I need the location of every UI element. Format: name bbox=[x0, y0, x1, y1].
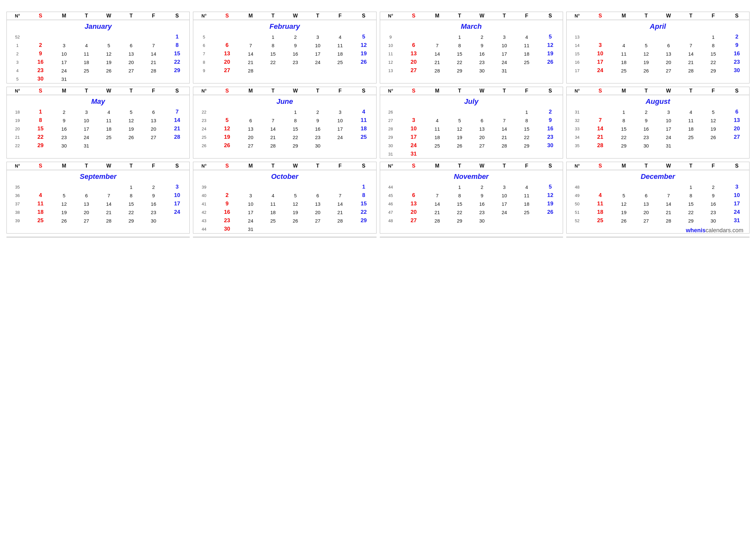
day-cell: 1 bbox=[120, 183, 142, 191]
table-row: 443031 bbox=[193, 225, 376, 233]
day-cell: 23 bbox=[284, 58, 307, 66]
day-cell: 3 bbox=[588, 41, 613, 49]
day-cell: 5 bbox=[53, 191, 75, 200]
day-cell: 16 bbox=[53, 125, 75, 133]
col-header-day: T bbox=[680, 12, 702, 20]
day-cell: 9 bbox=[471, 191, 493, 200]
day-cell bbox=[329, 66, 351, 75]
col-header-day: F bbox=[329, 12, 351, 20]
col-header-day: F bbox=[142, 162, 165, 170]
week-number: 8 bbox=[193, 58, 215, 66]
week-number: 4 bbox=[7, 66, 28, 75]
day-cell: 21 bbox=[262, 133, 284, 141]
day-cell: 17 bbox=[307, 49, 329, 58]
day-cell bbox=[262, 108, 284, 116]
month-block-june: JuneN°SMTWTFS221234235678910112412131415… bbox=[193, 87, 376, 158]
day-cell: 11 bbox=[329, 41, 351, 49]
table-row: 3314151617181920 bbox=[567, 125, 749, 133]
day-cell: 22 bbox=[351, 208, 376, 216]
footer-grid: wheniscalendars.com bbox=[7, 237, 749, 238]
day-cell: 1 bbox=[448, 33, 471, 41]
week-number: 44 bbox=[380, 183, 401, 191]
day-cell: 8 bbox=[516, 116, 538, 125]
week-number: 7 bbox=[193, 49, 215, 58]
day-cell: 12 bbox=[215, 125, 239, 133]
day-cell: 14 bbox=[239, 49, 262, 58]
day-cell: 25 bbox=[588, 216, 613, 225]
table-row: 262627282930 bbox=[193, 141, 376, 150]
day-cell: 4 bbox=[97, 108, 120, 116]
day-cell: 6 bbox=[724, 108, 749, 116]
day-cell: 8 bbox=[680, 191, 702, 200]
day-cell: 12 bbox=[702, 116, 724, 125]
col-header-day: T bbox=[120, 87, 142, 95]
day-cell: 19 bbox=[351, 49, 376, 58]
day-cell bbox=[97, 183, 120, 191]
day-cell: 26 bbox=[284, 216, 307, 225]
day-cell bbox=[262, 66, 284, 75]
day-cell: 25 bbox=[75, 66, 97, 75]
day-cell: 26 bbox=[448, 141, 471, 150]
day-cell: 22 bbox=[680, 208, 702, 216]
month-block-february: FebruaryN°SMTWTFS51234566789101112713141… bbox=[193, 12, 376, 83]
day-cell: 11 bbox=[28, 200, 53, 208]
day-cell bbox=[635, 183, 658, 191]
day-cell: 17 bbox=[658, 125, 680, 133]
day-cell: 1 bbox=[351, 183, 376, 191]
day-cell: 15 bbox=[516, 125, 538, 133]
col-header-day: T bbox=[75, 12, 97, 20]
day-cell: 23 bbox=[215, 216, 239, 225]
col-header-day: W bbox=[471, 162, 493, 170]
table-row: 273456789 bbox=[380, 116, 563, 125]
month-title: March bbox=[381, 21, 562, 32]
col-header-sat: S bbox=[538, 162, 563, 170]
week-number: 11 bbox=[380, 49, 401, 58]
day-cell bbox=[329, 183, 351, 191]
table-row: 221234 bbox=[193, 108, 376, 116]
week-number: 36 bbox=[7, 191, 28, 200]
day-cell: 6 bbox=[401, 191, 426, 200]
day-cell: 2 bbox=[284, 33, 307, 41]
day-cell: 12 bbox=[351, 41, 376, 49]
day-cell bbox=[471, 150, 493, 158]
day-cell: 21 bbox=[165, 125, 190, 133]
month-title: June bbox=[194, 96, 375, 107]
col-header-sat: S bbox=[538, 12, 563, 20]
day-cell: 8 bbox=[165, 41, 190, 49]
week-number: 33 bbox=[567, 125, 588, 133]
week-number: 21 bbox=[7, 133, 28, 141]
day-cell: 19 bbox=[538, 49, 563, 58]
col-header-day: F bbox=[329, 162, 351, 170]
day-cell: 7 bbox=[329, 191, 351, 200]
col-header-num: N° bbox=[193, 12, 215, 20]
day-cell bbox=[53, 33, 75, 41]
day-cell bbox=[215, 108, 239, 116]
day-cell: 12 bbox=[448, 125, 471, 133]
day-cell: 1 bbox=[702, 33, 724, 41]
week-number: 52 bbox=[7, 33, 28, 41]
table-row: 4720212223242526 bbox=[380, 208, 563, 216]
day-cell: 13 bbox=[471, 125, 493, 133]
week-number: 52 bbox=[567, 216, 588, 225]
day-cell: 30 bbox=[307, 141, 329, 150]
day-cell: 27 bbox=[239, 141, 262, 150]
day-cell: 14 bbox=[142, 49, 165, 58]
day-cell: 15 bbox=[680, 200, 702, 208]
week-number: 14 bbox=[567, 41, 588, 49]
col-header-day: T bbox=[307, 12, 329, 20]
footer-block-4: wheniscalendars.com bbox=[566, 237, 749, 238]
col-header-sun: S bbox=[401, 87, 426, 95]
day-cell: 5 bbox=[612, 191, 635, 200]
table-row: 1724252627282930 bbox=[567, 66, 749, 75]
day-cell: 9 bbox=[215, 200, 239, 208]
day-cell: 7 bbox=[658, 191, 680, 200]
col-header-day: W bbox=[284, 87, 307, 95]
day-cell: 15 bbox=[351, 200, 376, 208]
day-cell bbox=[53, 183, 75, 191]
day-cell: 30 bbox=[28, 75, 53, 83]
day-cell: 25 bbox=[516, 58, 538, 66]
day-cell bbox=[284, 225, 307, 233]
day-cell bbox=[351, 225, 376, 233]
day-cell: 18 bbox=[516, 49, 538, 58]
day-cell: 21 bbox=[588, 133, 613, 141]
